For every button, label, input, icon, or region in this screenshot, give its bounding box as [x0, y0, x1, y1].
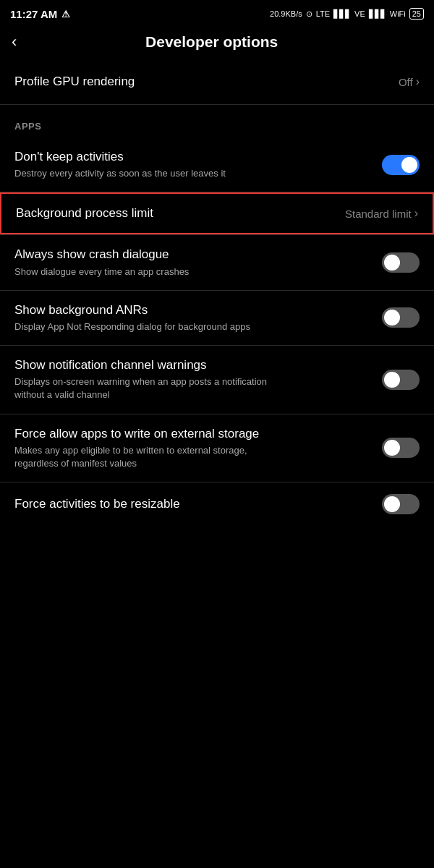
force-allow-external-text: Force allow apps to write on external st… — [14, 426, 382, 470]
divider-gpu — [0, 104, 434, 105]
dont-keep-activities-toggle[interactable] — [382, 155, 420, 175]
show-notification-warnings-item[interactable]: Show notification channel warnings Displ… — [0, 346, 434, 413]
show-notification-warnings-text: Show notification channel warnings Displ… — [14, 357, 382, 401]
always-show-crash-title: Always show crash dialogue — [14, 247, 382, 263]
dont-keep-activities-text: Don't keep activities Destroy every acti… — [14, 149, 382, 180]
dont-keep-activities-subtitle: Destroy every activity as soon as the us… — [14, 167, 289, 180]
lte2-icon: VE — [354, 9, 365, 18]
force-resizable-text: Force activities to be resizable — [14, 496, 382, 512]
force-resizable-title: Force activities to be resizable — [14, 496, 382, 512]
profile-gpu-chevron: › — [416, 75, 420, 88]
show-notification-warnings-subtitle: Displays on-screen warning when an app p… — [14, 375, 289, 401]
status-left: 11:27 AM ⚠ — [10, 8, 70, 20]
force-allow-external-toggle[interactable] — [382, 438, 420, 458]
back-button[interactable]: ‹ — [12, 34, 17, 50]
wifi-icon: WiFi — [390, 9, 406, 18]
apps-section-header: APPS — [0, 108, 434, 137]
dont-keep-activities-title: Don't keep activities — [14, 149, 382, 165]
clock-icon: ⊙ — [306, 9, 312, 19]
force-resizable-item[interactable]: Force activities to be resizable — [0, 482, 434, 526]
always-show-crash-subtitle: Show dialogue every time an app crashes — [14, 265, 289, 278]
dont-keep-activities-item[interactable]: Don't keep activities Destroy every acti… — [0, 137, 434, 192]
header: ‹ Developer options — [0, 26, 434, 62]
force-allow-external-item[interactable]: Force allow apps to write on external st… — [0, 414, 434, 482]
force-allow-external-subtitle: Makes any app eligible to be written to … — [14, 444, 289, 470]
show-background-anrs-text: Show background ANRs Display App Not Res… — [14, 302, 382, 333]
force-resizable-knob — [384, 496, 400, 512]
show-background-anrs-title: Show background ANRs — [14, 302, 382, 318]
background-process-chevron: › — [414, 207, 418, 220]
battery-icon: 25 — [409, 8, 424, 20]
signal-bars-1: ▋▋▋ — [333, 9, 351, 19]
always-show-crash-knob — [384, 255, 400, 271]
force-allow-external-title: Force allow apps to write on external st… — [14, 426, 382, 442]
status-right: 20.9KB/s ⊙ LTE ▋▋▋ VE ▋▋▋ WiFi 25 — [270, 8, 424, 20]
show-background-anrs-subtitle: Display App Not Responding dialog for ba… — [14, 320, 289, 333]
profile-gpu-value: Off › — [399, 75, 420, 88]
profile-gpu-title: Profile GPU rendering — [14, 74, 399, 90]
page-title: Developer options — [28, 33, 395, 51]
profile-gpu-item[interactable]: Profile GPU rendering Off › — [0, 62, 434, 101]
force-allow-external-knob — [384, 440, 400, 456]
background-process-limit-title: Background process limit — [16, 205, 345, 221]
always-show-crash-text: Always show crash dialogue Show dialogue… — [14, 247, 382, 278]
background-process-limit-text: Background process limit — [16, 205, 345, 221]
signal-bars-2: ▋▋▋ — [369, 9, 386, 19]
force-resizable-toggle[interactable] — [382, 494, 420, 514]
always-show-crash-item[interactable]: Always show crash dialogue Show dialogue… — [0, 235, 434, 289]
profile-gpu-text: Profile GPU rendering — [14, 74, 399, 90]
lte-icon: LTE — [316, 9, 330, 18]
warning-icon: ⚠ — [61, 9, 70, 20]
show-background-anrs-knob — [384, 310, 400, 326]
network-speed: 20.9KB/s — [270, 9, 302, 18]
show-background-anrs-item[interactable]: Show background ANRs Display App Not Res… — [0, 291, 434, 345]
status-bar: 11:27 AM ⚠ 20.9KB/s ⊙ LTE ▋▋▋ VE ▋▋▋ WiF… — [0, 0, 434, 26]
time-display: 11:27 AM — [10, 8, 57, 20]
show-notification-warnings-toggle[interactable] — [382, 370, 420, 390]
show-notification-warnings-title: Show notification channel warnings — [14, 357, 382, 373]
show-notification-warnings-knob — [384, 372, 400, 388]
dont-keep-activities-knob — [401, 157, 417, 173]
always-show-crash-toggle[interactable] — [382, 252, 420, 273]
background-process-limit-item[interactable]: Background process limit Standard limit … — [0, 192, 434, 234]
background-process-limit-value: Standard limit › — [345, 207, 418, 220]
show-background-anrs-toggle[interactable] — [382, 307, 420, 328]
